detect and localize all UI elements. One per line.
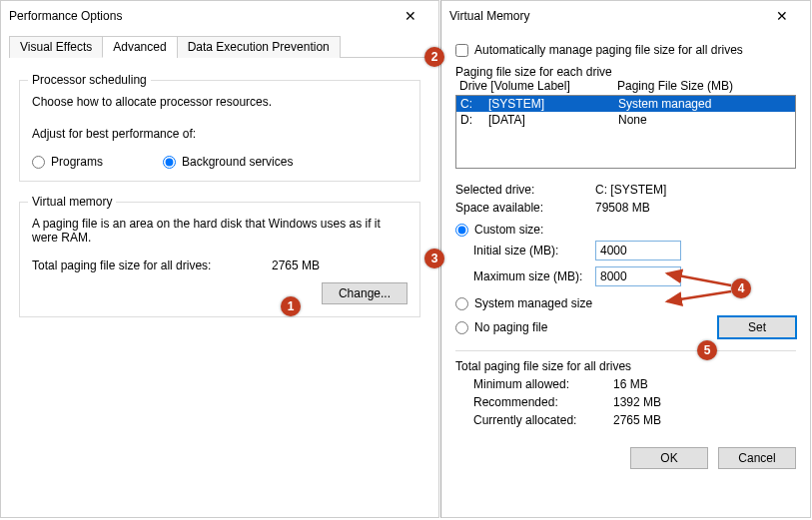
cancel-button[interactable]: Cancel bbox=[718, 447, 796, 469]
annotation-2: 2 bbox=[424, 47, 444, 67]
titlebar-left: Performance Options ✕ bbox=[1, 1, 438, 31]
radio-no-paging-input[interactable] bbox=[455, 321, 468, 334]
titlebar-right: Virtual Memory ✕ bbox=[441, 1, 810, 31]
auto-manage-input[interactable] bbox=[455, 44, 468, 57]
drive-list[interactable]: C: [SYSTEM] System managed D: [DATA] Non… bbox=[455, 95, 796, 169]
initial-size-input[interactable] bbox=[595, 241, 681, 260]
close-icon[interactable]: ✕ bbox=[391, 8, 430, 24]
sched-desc: Choose how to allocate processor resourc… bbox=[32, 95, 407, 109]
radio-programs[interactable]: Programs bbox=[32, 155, 103, 169]
window-title: Virtual Memory bbox=[449, 9, 529, 23]
close-icon[interactable]: ✕ bbox=[762, 8, 802, 24]
group-title: Processor scheduling bbox=[28, 73, 151, 87]
max-label: Maximum size (MB): bbox=[473, 269, 595, 283]
dialog-buttons: OK Cancel bbox=[441, 437, 810, 479]
radio-system-managed-input[interactable] bbox=[455, 297, 468, 310]
selected-drive-label: Selected drive: bbox=[455, 183, 595, 197]
total-label: Total paging file size for all drives: bbox=[32, 259, 272, 272]
totals-section: Total paging file size for all drives Mi… bbox=[455, 350, 796, 427]
space-label: Space available: bbox=[455, 201, 595, 215]
drive-list-header: Drive [Volume Label] Paging File Size (M… bbox=[455, 79, 796, 93]
drive-row-d[interactable]: D: [DATA] None bbox=[456, 112, 795, 128]
annotation-5: 5 bbox=[697, 340, 717, 360]
radio-system-managed[interactable]: System managed size bbox=[455, 296, 796, 310]
radio-background[interactable]: Background services bbox=[163, 155, 293, 169]
tab-content: Processor scheduling Choose how to alloc… bbox=[1, 58, 438, 327]
annotation-3: 3 bbox=[424, 249, 444, 268]
radio-custom-input[interactable] bbox=[455, 224, 468, 237]
max-size-input[interactable] bbox=[595, 266, 681, 286]
adjust-label: Adjust for best performance of: bbox=[32, 127, 407, 141]
tab-advanced[interactable]: Advanced bbox=[102, 36, 177, 58]
space-value: 79508 MB bbox=[595, 201, 650, 215]
annotation-4: 4 bbox=[731, 278, 751, 298]
initial-label: Initial size (MB): bbox=[473, 244, 595, 258]
radio-background-input[interactable] bbox=[163, 156, 176, 169]
total-value: 2765 MB bbox=[272, 259, 320, 272]
auto-manage-checkbox[interactable]: Automatically manage paging file size fo… bbox=[455, 43, 796, 57]
window-title: Performance Options bbox=[9, 9, 122, 23]
selected-drive-value: C: [SYSTEM] bbox=[595, 183, 666, 197]
processor-scheduling-group: Processor scheduling Choose how to alloc… bbox=[19, 80, 420, 182]
tab-dep[interactable]: Data Execution Prevention bbox=[177, 36, 341, 58]
radio-no-paging[interactable]: No paging file bbox=[455, 320, 547, 334]
change-button[interactable]: Change... bbox=[322, 282, 407, 304]
ok-button[interactable]: OK bbox=[630, 447, 708, 469]
performance-options-window: Performance Options ✕ Visual Effects Adv… bbox=[0, 0, 439, 518]
radio-custom-size[interactable]: Custom size: bbox=[455, 223, 796, 237]
totals-title: Total paging file size for all drives bbox=[455, 359, 796, 373]
radio-programs-input[interactable] bbox=[32, 156, 45, 169]
drive-row-c[interactable]: C: [SYSTEM] System managed bbox=[456, 96, 795, 112]
tab-visual-effects[interactable]: Visual Effects bbox=[9, 36, 103, 58]
tabs: Visual Effects Advanced Data Execution P… bbox=[9, 35, 430, 58]
set-button[interactable]: Set bbox=[718, 316, 796, 338]
group-title: Virtual memory bbox=[28, 195, 116, 209]
virtual-memory-window: Virtual Memory ✕ Automatically manage pa… bbox=[440, 0, 811, 518]
vm-desc: A paging file is an area on the hard dis… bbox=[32, 217, 407, 245]
drive-list-label: Paging file size for each drive bbox=[455, 65, 796, 79]
annotation-1: 1 bbox=[281, 296, 301, 316]
virtual-memory-group: Virtual memory A paging file is an area … bbox=[19, 202, 420, 317]
